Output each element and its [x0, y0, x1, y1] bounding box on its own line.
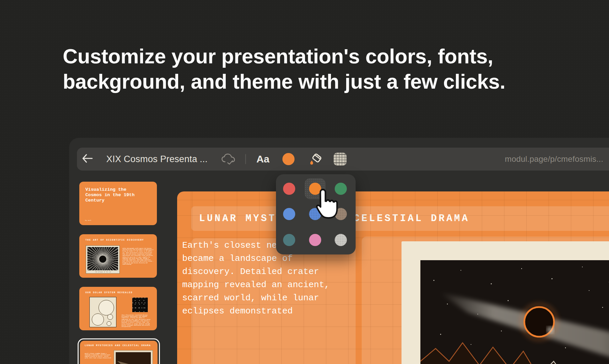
- lunar-eclipse-illustration: [420, 260, 609, 364]
- slide-image-frame[interactable]: [402, 241, 609, 364]
- headline-line-1: Customize your presentation's colors, fo…: [63, 44, 505, 69]
- theme-color-button[interactable]: [282, 153, 295, 165]
- paint-bucket-icon: [307, 151, 324, 167]
- thumbnail-title: THE ART OF SCIENTIFIC DISCOVERY: [85, 239, 144, 241]
- slide-thumbnail-4[interactable]: LUNAR MYSTERIES AND CELESTIAL DRAMA Eart…: [80, 341, 158, 364]
- grid-layout-button[interactable]: [334, 153, 347, 165]
- toolbar-divider: [245, 154, 246, 164]
- solar-system-diagram: [89, 297, 116, 327]
- cloud-sync-icon: [221, 148, 236, 171]
- swatch-light-gray[interactable]: [335, 234, 347, 246]
- slide-thumbnail-4-selected-ring: LUNAR MYSTERIES AND CELESTIAL DRAMA Eart…: [78, 338, 160, 364]
- swatch-teal[interactable]: [283, 234, 295, 246]
- thumbnail-byline: by Work: [85, 219, 100, 221]
- marketing-headline: Customize your presentation's colors, fo…: [63, 44, 505, 94]
- font-button[interactable]: Aa: [256, 148, 269, 171]
- share-url[interactable]: modul.page/p/cmefosmis...: [468, 148, 603, 171]
- headline-line-2: background, and theme with just a few cl…: [63, 69, 505, 94]
- cursor-pointer-hand-icon: [313, 187, 339, 221]
- thumbnail-body: Earth's closest neighbor became a landsc…: [85, 353, 112, 359]
- slide-title-block[interactable]: LUNAR MYSTERIES AND CELESTIAL DRAMA: [191, 206, 609, 231]
- back-button[interactable]: [82, 148, 93, 171]
- back-arrow-icon: [82, 154, 93, 164]
- thumbnail-title: LUNAR MYSTERIES AND CELESTIAL DRAMA: [85, 344, 151, 347]
- document-title[interactable]: XIX Cosmos Presenta ...: [106, 148, 207, 171]
- swatch-red[interactable]: [283, 183, 295, 195]
- slide-thumbnail-1[interactable]: Visualizing the Cosmos in the 19th Centu…: [79, 182, 157, 225]
- lunar-image-mini: [114, 350, 153, 364]
- swatch-pink[interactable]: [309, 234, 321, 246]
- screenshot-stage: Customize your presentation's colors, fo…: [0, 0, 609, 364]
- eclipse-corona-image: The Eclipse of the Sun: [86, 245, 120, 274]
- slide-thumbnail-3[interactable]: OUR SOLAR SYSTEM REVEALED These illustra…: [79, 287, 157, 330]
- thumbnail-body: Before photography could capture the hea…: [122, 248, 154, 265]
- background-color-button[interactable]: [307, 148, 324, 171]
- thumbnail-title: OUR SOLAR SYSTEM REVEALED: [85, 291, 133, 294]
- slide-thumbnail-2[interactable]: THE ART OF SCIENTIFIC DISCOVERY The Ecli…: [79, 234, 157, 278]
- starfield-image: [132, 298, 148, 312]
- swatch-blue[interactable]: [283, 208, 295, 220]
- thumbnail-body: These illustrations transformed abstract…: [121, 314, 151, 328]
- thumbnail-title: Visualizing the Cosmos in the 19th Centu…: [85, 187, 146, 203]
- slide-canvas[interactable]: LUNAR MYSTERIES AND CELESTIAL DRAMA Eart…: [177, 191, 609, 364]
- editor-toolbar: XIX Cosmos Presenta ... Aa: [77, 148, 609, 171]
